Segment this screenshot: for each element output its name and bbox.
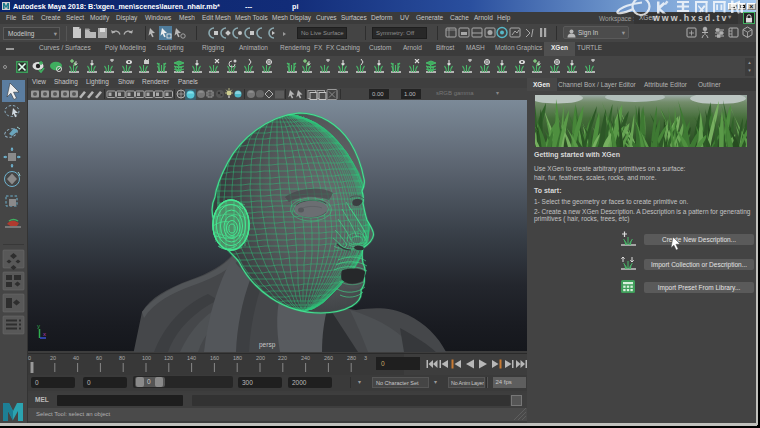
svg-text:x: x — [43, 331, 46, 337]
svg-text:www.hxsd.tv: www.hxsd.tv — [652, 13, 728, 23]
svg-text:persp: persp — [259, 341, 276, 349]
svg-text:y: y — [37, 323, 40, 329]
